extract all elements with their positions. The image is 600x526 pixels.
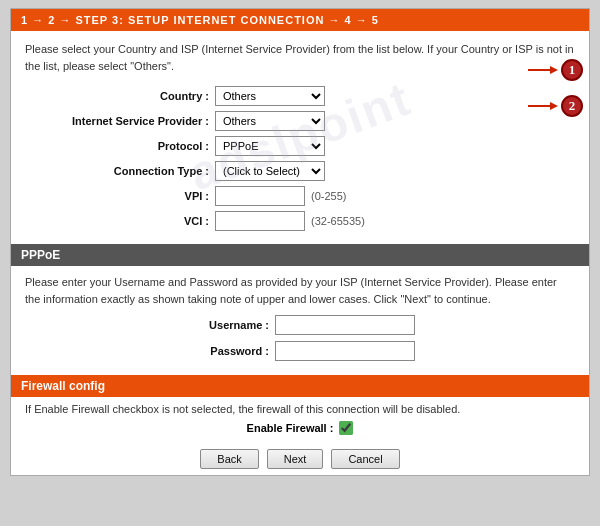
isp-label: Internet Service Provider :: [25, 115, 215, 127]
vci-control: (32-65535): [215, 211, 365, 231]
vpi-row: VPI : (0-255): [25, 186, 575, 206]
country-row: Country : Others: [25, 86, 575, 106]
pppoe-section-header: PPPoE: [11, 244, 589, 266]
firewall-enable-row: Enable Firewall :: [25, 421, 575, 435]
username-label: Username :: [185, 319, 275, 331]
arrow-2-icon: [528, 100, 558, 112]
vci-hint: (32-65535): [311, 215, 365, 227]
firewall-section-header: Firewall config: [11, 375, 589, 397]
username-row: Username :: [25, 315, 575, 335]
badge-2: 2: [561, 95, 583, 117]
indicator-1: 1: [528, 59, 583, 81]
next-button[interactable]: Next: [267, 449, 324, 469]
badge-1: 1: [561, 59, 583, 81]
country-select[interactable]: Others: [215, 86, 325, 106]
back-button[interactable]: Back: [200, 449, 258, 469]
indicators-container: 1 2: [528, 59, 583, 117]
step-header: 1 → 2 → STEP 3: SETUP INTERNET CONNECTIO…: [11, 9, 589, 31]
bottom-buttons: Back Next Cancel: [11, 441, 589, 475]
vci-label: VCI :: [25, 215, 215, 227]
vpi-control: (0-255): [215, 186, 346, 206]
connection-type-select[interactable]: (Click to Select): [215, 161, 325, 181]
svg-marker-1: [550, 66, 558, 74]
vci-row: VCI : (32-65535): [25, 211, 575, 231]
isp-select[interactable]: Others: [215, 111, 325, 131]
connection-type-row: Connection Type : (Click to Select): [25, 161, 575, 181]
protocol-label: Protocol :: [25, 140, 215, 152]
arrow-1-icon: [528, 64, 558, 76]
firewall-checkbox[interactable]: [339, 421, 353, 435]
password-input[interactable]: [275, 341, 415, 361]
protocol-select[interactable]: PPPoE: [215, 136, 325, 156]
pppoe-section-content: Please enter your Username and Password …: [11, 266, 589, 375]
pppoe-desc: Please enter your Username and Password …: [25, 274, 575, 307]
country-label: Country :: [25, 90, 215, 102]
vci-input[interactable]: [215, 211, 305, 231]
connection-type-control: (Click to Select): [215, 161, 325, 181]
isp-control: Others: [215, 111, 325, 131]
firewall-desc: If Enable Firewall checkbox is not selec…: [25, 403, 575, 415]
password-row: Password :: [25, 341, 575, 361]
protocol-control: PPPoE: [215, 136, 325, 156]
country-control: Others: [215, 86, 325, 106]
firewall-section-content: If Enable Firewall checkbox is not selec…: [11, 397, 589, 441]
password-label: Password :: [185, 345, 275, 357]
isp-row: Internet Service Provider : Others: [25, 111, 575, 131]
vpi-input[interactable]: [215, 186, 305, 206]
svg-marker-3: [550, 102, 558, 110]
intro-text: Please select your Country and ISP (Inte…: [25, 41, 575, 74]
connection-type-label: Connection Type :: [25, 165, 215, 177]
username-input[interactable]: [275, 315, 415, 335]
protocol-row: Protocol : PPPoE: [25, 136, 575, 156]
indicator-2: 2: [528, 95, 583, 117]
cancel-button[interactable]: Cancel: [331, 449, 399, 469]
vpi-label: VPI :: [25, 190, 215, 202]
vpi-hint: (0-255): [311, 190, 346, 202]
firewall-enable-label: Enable Firewall :: [247, 422, 334, 434]
